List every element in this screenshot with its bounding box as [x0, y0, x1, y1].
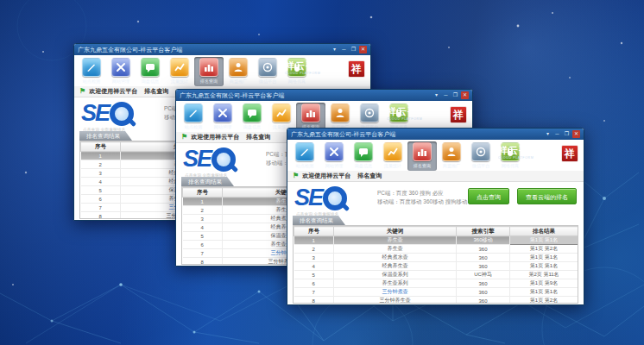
skin-icon[interactable]: ▾	[432, 91, 440, 99]
toolbar-item-inquiry[interactable]: 询盘信息	[237, 103, 267, 132]
cell-no: 1	[294, 236, 334, 245]
brand-seal-icon: 祥	[348, 60, 365, 78]
header-no: 序号	[81, 142, 121, 152]
cell-engine: 360	[457, 288, 510, 297]
toolbar-item-site-check[interactable]: 站点检测	[179, 103, 208, 132]
toolbar-item-site-manage[interactable]: 网站管理	[106, 57, 136, 86]
pencil-icon	[184, 104, 203, 122]
table-row[interactable]: 3经典煮水壶360第1页 第1名	[294, 254, 578, 262]
seo-logo: SE	[81, 100, 134, 127]
close-icon[interactable]: ✕	[359, 46, 367, 53]
cell-keyword: 经典养生壶	[334, 262, 457, 271]
table-row[interactable]: 4经典养生壶360第1页 第1名	[294, 262, 578, 271]
toolbar-item-site-check[interactable]: 站点检测	[290, 141, 319, 171]
toolbar-item-promotion[interactable]: 商盟推广	[224, 57, 253, 86]
table-row[interactable]: 6养生壶系列360第1页 第9名	[294, 279, 578, 288]
breadcrumb-welcome: 欢迎使用祥云平台	[302, 172, 350, 180]
breadcrumb-page: 排名查询	[144, 87, 168, 96]
cell-no: 1	[183, 198, 223, 206]
speech-bubble-icon	[141, 58, 160, 77]
speech-bubble-icon	[354, 142, 373, 161]
close-icon[interactable]: ✕	[572, 130, 580, 138]
table-row[interactable]: 5保温壶系列UC神马第2页 第11名	[294, 271, 578, 279]
seo-logo-text: SE	[183, 146, 211, 172]
seo-logo-text: SE	[294, 185, 322, 211]
brand-name: 祥云平台	[285, 61, 344, 71]
skin-icon[interactable]: ▾	[544, 130, 552, 138]
cell-no: 3	[81, 169, 121, 178]
toolbar-item-traffic[interactable]: 流量统计	[378, 141, 407, 171]
rank-results-table: 序号 关键词 搜索引擎 排名结果 1养生壶360移动第1页 第1名2养生壶360…	[293, 225, 578, 304]
target-icon	[360, 104, 379, 122]
bar-chart-icon	[301, 104, 320, 122]
toolbar-item-site-manage[interactable]: 网站管理	[319, 141, 349, 171]
toolbar-item-rank-query[interactable]: 排名查询	[407, 141, 437, 171]
minimize-icon[interactable]: ─	[340, 46, 348, 53]
close-icon[interactable]: ✕	[461, 91, 469, 99]
cell-no: 7	[81, 204, 121, 212]
table-row[interactable]: 2养生壶360第1页 第2名	[294, 245, 578, 254]
toolbar-item-inquiry[interactable]: 询盘信息	[349, 141, 378, 171]
toolbar-item-site-manage[interactable]: 网站管理	[208, 103, 237, 132]
cell-rank: 第1页 第1名	[510, 236, 578, 245]
magnifier-icon	[212, 147, 236, 172]
cell-no: 2	[81, 160, 121, 169]
minimize-icon[interactable]: ─	[442, 91, 450, 99]
cell-engine: 360移动	[457, 236, 510, 245]
cell-rank: 第1页 第9名	[510, 279, 578, 288]
table-row[interactable]: 8三分钟养生壶360第1页 第2名	[294, 297, 578, 304]
cell-no: 3	[183, 215, 223, 223]
toolbar-item-rank-query[interactable]: 排名查询	[194, 57, 224, 86]
cell-no: 5	[81, 186, 121, 195]
tab-rank-results[interactable]: 排名查询结果	[181, 177, 234, 186]
toolbar-item-promotion[interactable]: 商盟推广	[437, 141, 466, 171]
cell-no: 7	[183, 249, 223, 258]
table-row[interactable]: 1养生壶360移动第1页 第1名	[294, 236, 578, 245]
window-controls: ▾ ─ ❐ ✕	[544, 130, 580, 138]
brand-name: 祥云平台	[387, 107, 446, 116]
minimize-icon[interactable]: ─	[553, 130, 561, 138]
cell-keyword: 养生壶	[334, 236, 457, 245]
tab-rank-results[interactable]: 排名查询结果	[293, 216, 345, 225]
tab-rank-results[interactable]: 排名查询结果	[79, 131, 132, 141]
cell-engine: 360	[457, 297, 510, 304]
view-cloud-rank-button[interactable]: 查看云端的排名	[517, 188, 577, 204]
cell-rank: 第1页 第1名	[510, 288, 578, 297]
maximize-icon[interactable]: ❐	[451, 91, 459, 99]
cell-no: 6	[294, 279, 334, 288]
window-title: 广东九鼎五金有限公司-祥云平台客户端	[180, 91, 432, 100]
titlebar[interactable]: 广东九鼎五金有限公司-祥云平台客户端 ▾ ─ ❐ ✕	[176, 90, 472, 101]
titlebar[interactable]: 广东九鼎五金有限公司-祥云平台客户端 ▾ ─ ❐ ✕	[74, 44, 370, 55]
seo-logo: SE	[183, 146, 236, 172]
action-buttons: 点击查询 查看云端的排名	[468, 188, 577, 204]
skin-icon[interactable]: ▾	[331, 46, 338, 53]
toolbar-item-site-check[interactable]: 站点检测	[77, 57, 106, 86]
toolbar-item-inquiry[interactable]: 询盘信息	[136, 57, 165, 86]
flag-icon: ⚑	[181, 134, 187, 141]
magnifier-icon	[110, 102, 134, 126]
target-icon	[471, 142, 490, 161]
pencil-icon	[295, 142, 314, 161]
cell-no: 5	[183, 232, 223, 241]
cell-engine: 360	[457, 245, 510, 254]
cell-rank: 第1页 第1名	[510, 254, 578, 262]
cell-rank: 第1页 第1名	[510, 262, 578, 271]
cell-no: 4	[183, 223, 223, 232]
titlebar[interactable]: 广东九鼎五金有限公司-祥云平台客户端 ▾ ─ ❐ ✕	[287, 129, 584, 140]
person-icon	[442, 142, 461, 161]
maximize-icon[interactable]: ❐	[563, 130, 571, 138]
header-rank: 排名结果	[510, 227, 578, 236]
cell-engine: 360	[457, 254, 510, 262]
cell-engine: 360	[457, 262, 510, 271]
maximize-icon[interactable]: ❐	[350, 46, 357, 53]
cell-keyword: 养生壶	[334, 245, 457, 254]
brand-subtitle: CLOUD PLATFORM	[285, 72, 320, 75]
table-row[interactable]: 7三分钟煮壶360第1页 第1名	[294, 288, 578, 297]
bar-chart-icon	[413, 142, 432, 161]
toolbar-item-wechat[interactable]: 微信平台	[253, 57, 282, 86]
brand-logo: 祥云平台 CLOUD PLATFORM 祥	[387, 106, 467, 123]
toolbar-item-traffic[interactable]: 流量统计	[165, 57, 194, 86]
breadcrumb-welcome: 欢迎使用祥云平台	[89, 87, 137, 96]
query-button[interactable]: 点击查询	[468, 188, 509, 204]
toolbar-item-wechat[interactable]: 微信平台	[466, 141, 496, 171]
